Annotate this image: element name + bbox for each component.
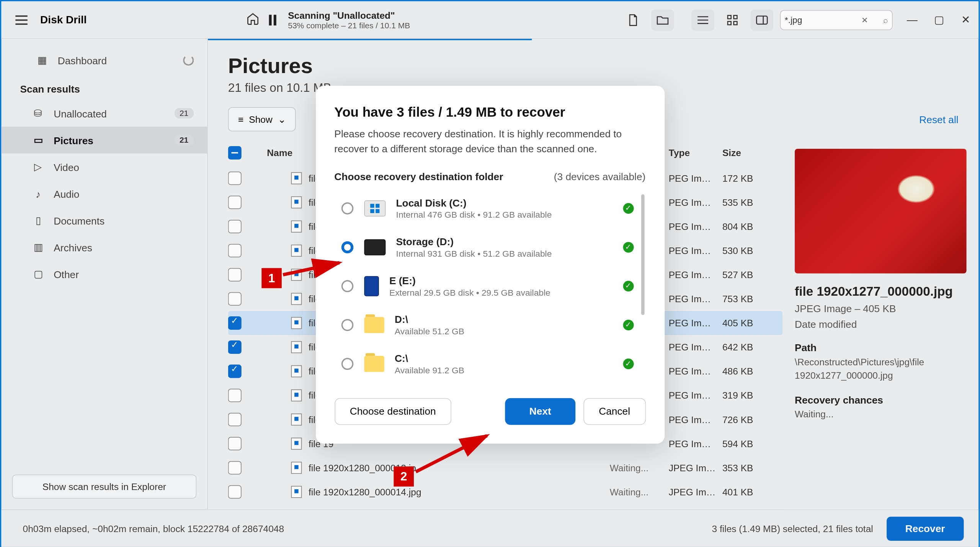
- svg-line-14: [416, 436, 487, 472]
- check-icon: ✓: [623, 203, 634, 213]
- dest-subtitle: Available 91.2 GB: [395, 365, 612, 375]
- destination-list[interactable]: Local Disk (C:)Internal 476 GB disk • 91…: [334, 189, 645, 383]
- folder-icon: [364, 317, 384, 333]
- radio-button[interactable]: [341, 358, 353, 370]
- dest-name: C:\: [395, 352, 612, 364]
- choose-destination-button[interactable]: Choose destination: [334, 398, 451, 425]
- dest-header-title: Choose recovery destination folder: [334, 171, 503, 182]
- folder-icon: [364, 355, 384, 371]
- radio-button[interactable]: [341, 319, 353, 331]
- dest-name: Storage (D:): [396, 236, 612, 247]
- disk-icon: [364, 239, 385, 255]
- recovery-destination-modal: You have 3 files / 1.49 MB to recover Pl…: [315, 86, 664, 443]
- scrollbar[interactable]: [641, 194, 644, 314]
- radio-button[interactable]: [341, 202, 353, 214]
- dest-name: E (E:): [389, 274, 612, 286]
- annotation-arrow-2: [416, 430, 496, 480]
- annotation-arrow-1: [283, 255, 350, 284]
- destination-item[interactable]: D:\Available 51.2 GB ✓: [334, 305, 645, 344]
- check-icon: ✓: [623, 358, 634, 369]
- annotation-marker-1: 1: [261, 268, 282, 288]
- svg-rect-12: [375, 209, 379, 213]
- check-icon: ✓: [623, 319, 634, 330]
- radio-button[interactable]: [341, 241, 353, 253]
- sd-card-icon: [364, 276, 379, 296]
- destination-item[interactable]: Local Disk (C:)Internal 476 GB disk • 91…: [334, 189, 645, 228]
- destination-item[interactable]: E (E:)External 29.5 GB disk • 29.5 GB av…: [334, 266, 645, 305]
- modal-title: You have 3 files / 1.49 MB to recover: [334, 104, 645, 120]
- check-icon: ✓: [623, 242, 634, 252]
- disk-icon: [364, 200, 385, 216]
- modal-description: Please choose recovery destination. It i…: [334, 127, 645, 156]
- annotation-marker-2: 2: [394, 466, 414, 487]
- dest-subtitle: Available 51.2 GB: [395, 326, 612, 336]
- svg-rect-11: [370, 209, 374, 213]
- destination-item[interactable]: C:\Available 91.2 GB ✓: [334, 344, 645, 383]
- dest-subtitle: Internal 931 GB disk • 51.2 GB available: [396, 248, 612, 258]
- dest-name: Local Disk (C:): [396, 197, 612, 208]
- check-icon: ✓: [623, 280, 634, 291]
- next-button[interactable]: Next: [505, 398, 575, 425]
- svg-line-13: [283, 263, 339, 275]
- dest-subtitle: Internal 476 GB disk • 91.2 GB available: [396, 210, 612, 220]
- dest-subtitle: External 29.5 GB disk • 29.5 GB availabl…: [389, 287, 612, 297]
- dest-name: D:\: [395, 313, 612, 325]
- svg-rect-9: [370, 203, 374, 208]
- devices-count: (3 devices available): [554, 171, 646, 182]
- destination-item[interactable]: Storage (D:)Internal 931 GB disk • 51.2 …: [334, 228, 645, 267]
- svg-rect-10: [375, 203, 379, 208]
- cancel-button[interactable]: Cancel: [583, 398, 645, 425]
